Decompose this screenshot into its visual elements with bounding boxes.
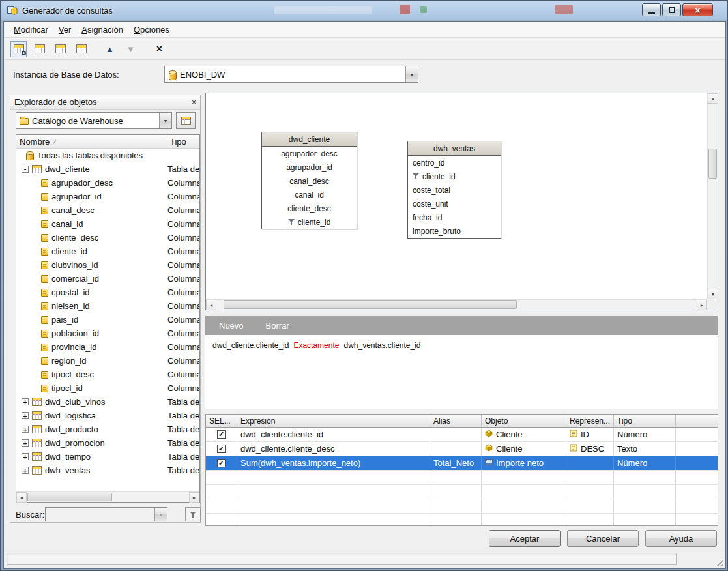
catalog-combo[interactable]: Catálogo de Warehouse ▼ — [16, 112, 172, 129]
tree-horizontal-scrollbar[interactable]: ◄ ► — [16, 491, 199, 502]
copy-table-button[interactable] — [52, 41, 68, 57]
tree-item-poblacion_id[interactable]: poblacion_idColumna — [16, 327, 199, 340]
tree-item-nielsen_id[interactable]: nielsen_idColumna — [16, 299, 199, 313]
expand-icon[interactable]: + — [22, 398, 29, 405]
select-checkbox[interactable]: ✓ — [217, 459, 226, 467]
menu-item-asignacion[interactable]: Asignación — [76, 23, 128, 37]
grid-header-tipo[interactable]: Tipo — [614, 415, 676, 427]
tree-item-dwd_tiempo[interactable]: +dwd_tiempoTabla de — [16, 450, 199, 463]
menu-item-ver[interactable]: Ver — [53, 23, 77, 37]
column-header-tipo[interactable]: Tipo — [167, 135, 199, 148]
tree-item-tipocl_desc[interactable]: tipocl_descColumna — [16, 368, 199, 381]
join-condition-row[interactable]: dwd_cliente.cliente_id Exactamente dwh_v… — [205, 335, 718, 350]
scroll-left-icon[interactable]: ◄ — [206, 300, 216, 310]
grid-header-represen-[interactable]: Represen... — [566, 415, 614, 427]
table-box-column-agrupador_desc[interactable]: agrupador_desc — [262, 147, 357, 160]
help-button[interactable]: Ayuda — [645, 530, 717, 547]
table-box-column-fecha_id[interactable]: fecha_id — [408, 211, 501, 224]
tree-item-dwd_promocion[interactable]: +dwd_promocionTabla de — [16, 436, 199, 450]
grid-header-sel-[interactable]: SEL... — [206, 415, 237, 427]
tree-item-todas-las-tablas-disponibles[interactable]: Todas las tablas disponibles — [16, 149, 199, 162]
tree-item-comercial_id[interactable]: comercial_idColumna — [16, 272, 199, 286]
grid-header-alias[interactable]: Alias — [430, 415, 482, 427]
resize-grip[interactable] — [714, 557, 723, 566]
scroll-right-icon[interactable]: ► — [697, 300, 707, 310]
tree-item-dwd_cliente[interactable]: -dwd_clienteTabla de — [16, 162, 199, 176]
tree-item-dwd_logistica[interactable]: +dwd_logisticaTabla de — [16, 409, 199, 422]
tree-item-canal_id[interactable]: canal_idColumna — [16, 217, 199, 231]
table-box-column-agrupador_id[interactable]: agrupador_id — [262, 160, 357, 174]
browse-catalog-button[interactable] — [176, 112, 196, 129]
delete-join-button[interactable]: Borrar — [266, 321, 289, 330]
select-checkbox[interactable]: ✓ — [217, 430, 226, 439]
scrollbar-thumb[interactable] — [708, 149, 717, 179]
table-box-column-cliente_desc[interactable]: cliente_desc — [262, 201, 357, 215]
database-instance-combo[interactable]: ENOBI_DW ▼ — [164, 66, 418, 83]
filter-button[interactable] — [185, 507, 201, 521]
tree-item-clubvinos_id[interactable]: clubvinos_idColumna — [16, 258, 199, 272]
cancel-button[interactable]: Cancelar — [567, 530, 639, 547]
add-table-button[interactable] — [31, 41, 48, 57]
tree-item-tipocl_id[interactable]: tipocl_idColumna — [16, 381, 199, 395]
tree-item-canal_desc[interactable]: canal_descColumna — [16, 203, 199, 217]
accept-button[interactable]: Aceptar — [489, 530, 561, 547]
tree-item-dwd_producto[interactable]: +dwd_productoTabla de — [16, 422, 199, 436]
scroll-left-icon[interactable]: ◄ — [16, 492, 27, 503]
expand-icon[interactable]: + — [22, 412, 29, 419]
table-box-column-cliente_id[interactable]: cliente_id — [262, 215, 357, 229]
scroll-up-icon[interactable]: ▲ — [708, 93, 718, 104]
canvas-horizontal-scrollbar[interactable]: ◄ ► — [206, 299, 707, 310]
join-operator[interactable]: Exactamente — [293, 341, 339, 350]
tree-item-cliente_desc[interactable]: cliente_descColumna — [16, 231, 199, 244]
move-up-button[interactable]: ▲ — [102, 41, 118, 57]
scroll-right-icon[interactable]: ► — [189, 492, 199, 503]
search-dropdown-button[interactable]: ▼ — [154, 508, 167, 521]
tree-item-cliente_id[interactable]: cliente_idColumna — [16, 244, 199, 258]
table-box-column-centro_id[interactable]: centro_id — [408, 156, 501, 169]
move-down-button[interactable]: ▼ — [123, 41, 139, 57]
table-box-dwh_ventas[interactable]: dwh_ventascentro_idcliente_idcoste_total… — [407, 141, 501, 239]
collapse-icon[interactable]: - — [22, 166, 29, 173]
table-box-column-canal_id[interactable]: canal_id — [262, 188, 357, 201]
table-box-dwd_cliente[interactable]: dwd_clienteagrupador_descagrupador_idcan… — [261, 132, 357, 229]
tree-item-dwh_ventas[interactable]: +dwh_ventasTabla de — [16, 463, 199, 477]
tree-item-cpostal_id[interactable]: cpostal_idColumna — [16, 286, 199, 299]
expand-icon[interactable]: + — [22, 467, 29, 474]
menu-item-modificar[interactable]: Modificar — [8, 23, 53, 37]
grid-header-expresion[interactable]: Expresión — [237, 415, 430, 427]
table-box-column-coste_total[interactable]: coste_total — [408, 183, 501, 197]
scroll-down-icon[interactable]: ▼ — [708, 289, 718, 299]
close-panel-icon[interactable]: × — [192, 98, 196, 106]
maximize-button[interactable] — [662, 3, 681, 16]
view-design-button[interactable] — [10, 41, 27, 57]
select-checkbox[interactable]: ✓ — [217, 445, 226, 453]
expand-icon[interactable]: + — [22, 439, 29, 447]
table-box-column-cliente_id[interactable]: cliente_id — [408, 169, 501, 183]
tree-item-pais_id[interactable]: pais_idColumna — [16, 313, 199, 327]
minimize-button[interactable] — [642, 3, 661, 16]
tree-item-agrupador_id[interactable]: agrupador_idColumna — [16, 190, 199, 203]
search-combo[interactable]: ▼ — [45, 507, 167, 521]
menu-item-opciones[interactable]: Opciones — [128, 23, 175, 37]
show-columns-button[interactable] — [73, 41, 89, 57]
title-bar[interactable]: Generador de consultas × — [1, 1, 727, 20]
canvas-vertical-scrollbar[interactable]: ▲ ▼ — [707, 93, 718, 299]
scrollbar-thumb[interactable] — [224, 300, 517, 309]
tree-item-provincia_id[interactable]: provincia_idColumna — [16, 340, 199, 354]
grid-header-objeto[interactable]: Objeto — [482, 415, 566, 427]
tree-item-region_id[interactable]: region_idColumna — [16, 354, 199, 368]
table-box-column-coste_unit[interactable]: coste_unit — [408, 197, 501, 211]
catalog-dropdown-button[interactable]: ▼ — [159, 113, 171, 128]
diagram-canvas[interactable]: dwd_clienteagrupador_descagrupador_idcan… — [206, 93, 707, 299]
grid-header-extra[interactable] — [676, 415, 718, 427]
tree-item-dwd_club_vinos[interactable]: +dwd_club_vinosTabla de — [16, 395, 199, 409]
close-button[interactable]: × — [682, 3, 713, 16]
table-box-column-canal_desc[interactable]: canal_desc — [262, 174, 357, 188]
table-box-column-importe_bruto[interactable]: importe_bruto — [408, 224, 501, 238]
expand-icon[interactable]: + — [22, 453, 29, 460]
grid-row[interactable]: ✓Sum(dwh_ventas.importe_neto)Total_NetoI… — [206, 456, 718, 471]
column-header-nombre[interactable]: Nombre ∕ — [16, 135, 167, 148]
grid-row[interactable]: ✓dwd_cliente.cliente_descClienteDESCText… — [206, 442, 718, 456]
instance-dropdown-button[interactable]: ▼ — [405, 66, 418, 82]
delete-button[interactable]: × — [151, 41, 167, 57]
